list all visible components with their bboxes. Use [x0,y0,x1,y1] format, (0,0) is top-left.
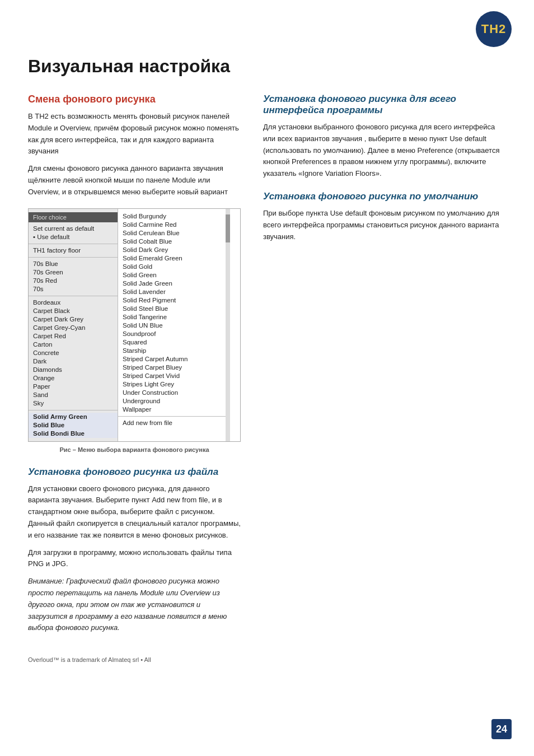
menu-item-striped-carpet-vivid[interactable]: Striped Carpet Vivid [118,372,230,380]
menu-item-solid-lavender[interactable]: Solid Lavender [118,288,230,296]
menu-item-solid-gold[interactable]: Solid Gold [118,263,230,271]
page-number: 24 [491,719,512,739]
menu-item-paper[interactable]: Paper [29,382,118,391]
logo-circle: TH2 [476,11,512,47]
page-number-text: 24 [496,724,507,735]
menu-item-solid-cobalt-blue[interactable]: Solid Cobalt Blue [118,237,230,246]
left-section-heading: Смена фонового рисунка [28,94,241,105]
left-column: Смена фонового рисунка В TH2 есть возмож… [28,94,241,640]
menu-item-solid-army-green[interactable]: Solid Army Green [29,413,118,421]
scrollbar-thumb[interactable] [226,214,230,242]
menu-left-column: Floor choice Set current as default Use … [29,209,118,441]
menu-item-stripes-light-grey[interactable]: Stripes Light Grey [118,380,230,389]
logo-text: TH2 [481,22,507,36]
menu-item-solid-un-blue[interactable]: Solid UN Blue [118,321,230,330]
bottom-left-section: Установка фонового рисунка из файла Для … [28,466,241,634]
menu-item-under-construction[interactable]: Under Construction [118,389,230,397]
menu-item-70s-green[interactable]: 70s Green [29,268,118,277]
menu-item-striped-carpet-autumn[interactable]: Striped Carpet Autumn [118,355,230,363]
menu-item-orange[interactable]: Orange [29,374,118,382]
bottom-left-heading: Установка фонового рисунка из файла [28,466,241,478]
menu-item-70s-red[interactable]: 70s Red [29,277,118,285]
left-para2: Для смены фонового рисунка данного вариа… [28,163,241,198]
menu-item-solid-red-pigment[interactable]: Solid Red Pigment [118,296,230,305]
menu-item-solid-carmine-red[interactable]: Solid Carmine Red [118,221,230,229]
menu-right-column: Solid Burgundy Solid Carmine Red Solid C… [118,209,230,441]
right-heading2: Установка фонового рисунка по умолчанию [263,191,506,202]
right-para2: При выборе пункта Use default фоновым ри… [263,208,506,242]
menu-caption-text: Рис – Меню выбора варианта фонового рису… [59,446,209,453]
logo: TH2 [476,11,512,47]
menu-item-bordeaux[interactable]: Bordeaux [29,298,118,307]
footer: Overloud™ is a trademark of Almateq srl … [28,656,506,663]
menu-item-solid-green[interactable]: Solid Green [118,271,230,279]
right-heading1: Установка фонового рисунка для всего инт… [263,94,506,116]
menu-item-carpet-red[interactable]: Carpet Red [29,332,118,340]
menu-item-add-new-from-file[interactable]: Add new from file [118,419,230,427]
bottom-left-italic: Внимание: Графический файл фонового рису… [28,576,241,634]
menu-item-carpet-dark-grey[interactable]: Carpet Dark Grey [29,315,118,324]
menu-item-diamonds[interactable]: Diamonds [29,366,118,374]
menu-item-solid-jade-green[interactable]: Solid Jade Green [118,279,230,288]
menu-item-sand[interactable]: Sand [29,391,118,399]
right-column: Установка фонового рисунка для всего инт… [263,94,506,640]
menu-item-solid-dark-grey[interactable]: Solid Dark Grey [118,246,230,254]
menu-item-carpet-black[interactable]: Carpet Black [29,307,118,315]
menu-header: Floor choice [29,212,118,222]
menu-item-solid-bondi-blue[interactable]: Solid Bondi Blue [29,430,118,438]
menu-item-th1-factory[interactable]: TH1 factory floor [29,246,118,255]
menu-item-70s[interactable]: 70s [29,285,118,293]
menu-item-soundproof[interactable]: Soundproof [118,330,230,338]
bottom-left-para2: Для загрузки в программу, можно использо… [28,547,241,571]
menu-item-70s-blue[interactable]: 70s Blue [29,260,118,268]
two-column-layout: Смена фонового рисунка В TH2 есть возмож… [28,94,506,640]
menu-screenshot: Floor choice Set current as default Use … [28,208,241,442]
scrollbar-track[interactable] [226,209,230,441]
menu-item-use-default[interactable]: Use default [29,233,118,241]
menu-item-carpet-grey-cyan[interactable]: Carpet Grey-Cyan [29,324,118,332]
menu-item-starship[interactable]: Starship [118,347,230,355]
menu-item-solid-tangerine[interactable]: Solid Tangerine [118,313,230,321]
page-title: Визуальная настройка [28,56,506,77]
menu-item-solid-cerulean-blue[interactable]: Solid Cerulean Blue [118,229,230,237]
left-para1: В TH2 есть возможность менять фоновый ри… [28,111,241,157]
menu-item-solid-steel-blue[interactable]: Solid Steel Blue [118,305,230,313]
right-para1: Для установки выбранного фонового рисунк… [263,122,506,180]
menu-item-wallpaper[interactable]: Wallpaper [118,405,230,414]
menu-item-concrete[interactable]: Concrete [29,349,118,357]
menu-item-solid-burgundy[interactable]: Solid Burgundy [118,212,230,221]
page: TH2 Визуальная настройка Смена фонового … [0,0,534,756]
menu-item-solid-blue[interactable]: Solid Blue [29,421,118,430]
menu-item-striped-carpet-bluey[interactable]: Striped Carpet Bluey [118,363,230,372]
menu-item-underground[interactable]: Underground [118,397,230,405]
bottom-left-para1: Для установки своего фонового рисунка, д… [28,483,241,542]
menu-item-sky[interactable]: Sky [29,399,118,408]
menu-caption: Рис – Меню выбора варианта фонового рису… [28,446,241,453]
menu-item-carton[interactable]: Carton [29,340,118,349]
menu-item-dark[interactable]: Dark [29,357,118,366]
menu-item-set-default[interactable]: Set current as default [29,225,118,233]
menu-item-squared[interactable]: Squared [118,338,230,347]
menu-item-solid-emerald-green[interactable]: Solid Emerald Green [118,254,230,263]
